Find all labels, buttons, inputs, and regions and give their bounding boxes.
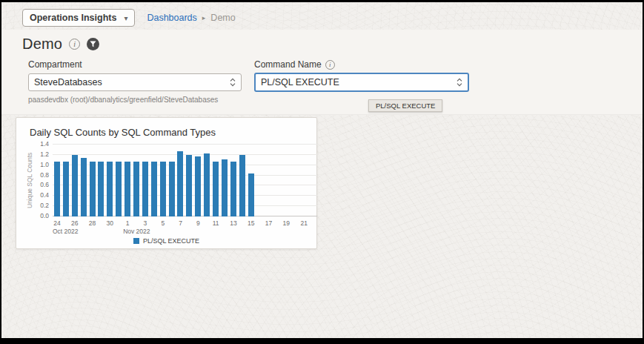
y-axis: 0.00.20.40.60.81.01.21.4 [30,145,49,216]
bar[interactable] [72,155,78,216]
compartment-filter: Compartment SteveDatabases paasdevdbx (r… [28,59,242,104]
bar[interactable] [248,173,254,216]
title-row: Demo i [22,36,99,53]
bar[interactable] [142,162,148,216]
bar[interactable] [222,159,228,216]
command-name-label: Command Name i [254,59,469,70]
bars [53,145,255,216]
bar[interactable] [177,151,183,216]
compartment-label-text: Compartment [28,59,82,70]
bar[interactable] [81,158,87,216]
select-stepper-icon [457,78,462,87]
bar[interactable] [204,153,210,216]
breadcrumb: Dashboards ▸ Demo [147,13,235,23]
bar[interactable] [186,155,192,216]
compartment-select-value: SteveDatabases [34,77,102,87]
breadcrumb-link-dashboards[interactable]: Dashboards [147,13,196,23]
legend-swatch [133,238,139,244]
bar[interactable] [213,162,219,216]
command-name-label-text: Command Name [254,59,322,70]
x-axis-groups: Oct 2022Nov 2022 [53,228,317,236]
bar[interactable] [125,162,130,216]
bar[interactable] [195,156,201,216]
app-switcher-button[interactable]: Operations Insights ▾ [22,9,135,27]
bar[interactable] [116,162,122,216]
bar[interactable] [90,162,96,216]
bar[interactable] [230,162,236,216]
bar[interactable] [54,162,60,216]
app-switcher-label: Operations Insights [30,13,116,23]
x-axis: 2426283013579111315171921 [53,219,317,228]
select-stepper-icon [230,78,236,87]
command-name-info-icon[interactable]: i [325,60,335,70]
bar[interactable] [63,162,69,216]
bar[interactable] [98,162,104,216]
bar[interactable] [169,162,175,216]
breadcrumb-separator-icon: ▸ [202,14,206,22]
chart-title: Daily SQL Counts by SQL Command Types [30,127,216,138]
page-title: Demo [22,36,62,53]
legend-item[interactable]: PL/SQL EXECUTE [16,237,316,245]
top-bar: Operations Insights ▾ Dashboards ▸ Demo [22,7,634,29]
breadcrumb-current: Demo [210,13,235,23]
bar[interactable] [107,162,113,216]
bar[interactable] [239,155,245,216]
filter-funnel-icon[interactable] [87,38,99,50]
dashboard-info-icon[interactable]: i [69,39,80,50]
bar[interactable] [133,162,139,216]
app-window: Operations Insights ▾ Dashboards ▸ Demo … [0,0,644,344]
command-name-filter: Command Name i PL/SQL EXECUTE PL/SQL EXE… [254,59,469,92]
compartment-select[interactable]: SteveDatabases [28,73,242,91]
bar[interactable] [160,162,166,216]
caret-down-icon: ▾ [124,14,127,22]
compartment-path-hint: paasdevdbx (root)/dbanalytics/greenfield… [28,96,242,104]
chart-card: Daily SQL Counts by SQL Command Types Un… [16,117,317,249]
command-name-tooltip: PL/SQL EXECUTE [368,99,442,112]
command-name-select[interactable]: PL/SQL EXECUTE [254,73,469,92]
bar-plot [53,145,317,216]
dashboard-header-panel: Demo i Compartment SteveDatabases paasde… [1,30,643,115]
command-name-select-value: PL/SQL EXECUTE [261,77,339,87]
bar[interactable] [151,162,157,216]
legend-label: PL/SQL EXECUTE [143,237,199,245]
compartment-label: Compartment [28,59,242,70]
